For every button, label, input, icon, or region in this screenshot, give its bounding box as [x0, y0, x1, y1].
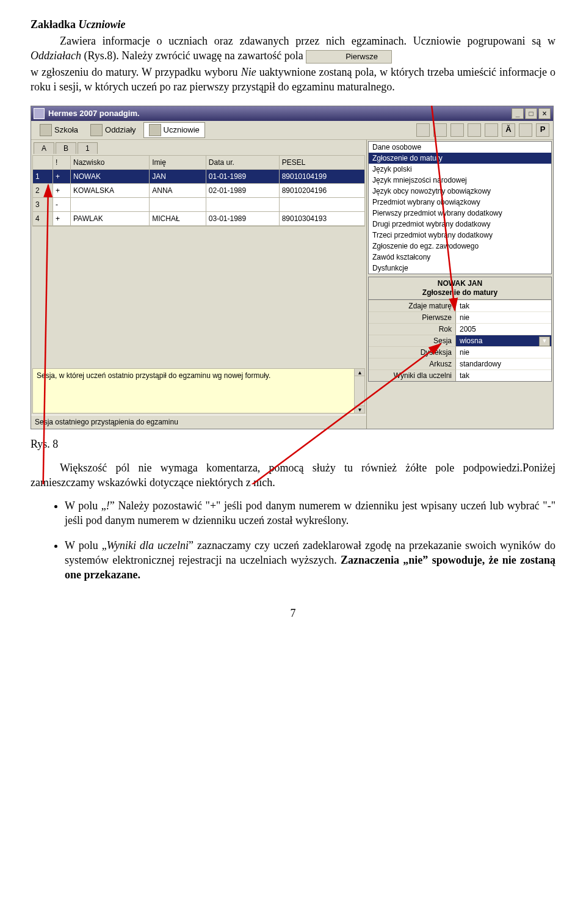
- cell-pesel: 89010104199: [279, 169, 364, 183]
- person-icon: [149, 124, 161, 136]
- b1a: W polu „: [65, 500, 106, 512]
- tool-btn-6[interactable]: [519, 123, 532, 137]
- detail-row: Dysleksjanie: [369, 346, 551, 358]
- category-item[interactable]: Pierwszy przedmiot wybrany dodatkowy: [369, 208, 551, 219]
- detail-value[interactable]: standardowy: [456, 358, 551, 369]
- school-icon: [40, 124, 52, 136]
- category-item[interactable]: Drugi przedmiot wybrany dodatkowy: [369, 219, 551, 230]
- table-row[interactable]: 4+PAWLAKMICHAŁ03-01-198989010304193: [33, 211, 365, 225]
- bullet-list: W polu „!” Należy pozostawić "+" jeśli p…: [31, 498, 555, 582]
- left-panel: A B 1 ! Nazwisko Imię Data ur.: [31, 140, 367, 429]
- page-number: 7: [31, 607, 555, 620]
- detail-value[interactable]: nie: [456, 346, 551, 358]
- cell-data: [206, 197, 279, 211]
- category-item[interactable]: Zgłoszenie do egz. zawodowego: [369, 241, 551, 252]
- cell-imie: ANNA: [150, 183, 206, 197]
- hint-scrollbar[interactable]: [354, 369, 364, 413]
- category-item[interactable]: Zawód kształcony: [369, 252, 551, 263]
- cell-pesel: [279, 197, 364, 211]
- detail-row: Wyniki dla uczelnitak: [369, 369, 551, 381]
- table-row[interactable]: 2+KOWALSKAANNA02-01-198989010204196: [33, 183, 365, 197]
- bullet-1: W polu „!” Należy pozostawić "+" jeśli p…: [65, 498, 555, 528]
- detail-title-name: NOWAK JAN: [369, 279, 551, 288]
- detail-title-section: Zgłoszenie do matury: [369, 288, 551, 297]
- menubar: Szkoła Oddziały Uczniowie Ă P: [31, 121, 553, 140]
- tab-b[interactable]: B: [56, 142, 76, 154]
- menu-szkola[interactable]: Szkoła: [35, 123, 83, 137]
- category-item[interactable]: Język polski: [369, 164, 551, 175]
- detail-row: Pierwszenie: [369, 311, 551, 323]
- dropdown-icon[interactable]: ▼: [539, 336, 550, 346]
- tool-btn-a[interactable]: Ă: [502, 123, 515, 137]
- table-row[interactable]: 3-: [33, 197, 365, 211]
- category-item[interactable]: Przedmiot wybrany obowiązkowy: [369, 197, 551, 208]
- status-bar: Sesja ostatniego przystąpienia do egzami…: [31, 415, 366, 429]
- detail-value[interactable]: 2005: [456, 323, 551, 335]
- detail-label: Zdaje maturę: [369, 300, 456, 311]
- col-mark: !: [53, 155, 71, 169]
- toolbar-right: Ă P: [416, 123, 549, 137]
- category-item[interactable]: Trzeci przedmiot wybrany dodatkowy: [369, 230, 551, 241]
- tool-btn-2[interactable]: [433, 123, 447, 137]
- app-icon: [34, 108, 45, 119]
- cell-nazwisko: KOWALSKA: [71, 183, 150, 197]
- row-number: 2: [33, 183, 53, 197]
- group-icon: [90, 124, 103, 136]
- b2b: Wyniki dla uczelni: [107, 539, 189, 551]
- col-data: Data ur.: [206, 155, 279, 169]
- category-item[interactable]: Dane osobowe: [369, 142, 551, 153]
- detail-label: Sesja: [369, 335, 456, 346]
- tool-btn-1[interactable]: [416, 123, 430, 137]
- maximize-button[interactable]: □: [525, 108, 537, 119]
- cell-data: 01-01-1989: [206, 169, 279, 183]
- heading-prefix: Zakładka: [31, 18, 79, 31]
- pierwsze-field-chip: Pierwsze: [306, 50, 392, 64]
- menu-oddzialy[interactable]: Oddziały: [85, 123, 141, 137]
- category-item[interactable]: Zgłoszenie do matury: [369, 153, 551, 164]
- cell-imie: [150, 197, 206, 211]
- category-list[interactable]: Dane osoboweZgłoszenie do maturyJęzyk po…: [368, 141, 552, 274]
- detail-value[interactable]: tak: [456, 369, 551, 381]
- detail-value[interactable]: tak: [456, 300, 551, 311]
- category-item[interactable]: Język mniejszości narodowej: [369, 175, 551, 186]
- close-button[interactable]: ×: [538, 108, 551, 119]
- row-mark: +: [53, 183, 71, 197]
- row-mark: +: [53, 211, 71, 225]
- titlebar-left: Hermes 2007 ponadgim.: [34, 108, 140, 119]
- category-item[interactable]: Dysfunkcje: [369, 263, 551, 274]
- col-imie: Imię: [150, 155, 206, 169]
- row-number: 4: [33, 211, 53, 225]
- minimize-button[interactable]: _: [512, 108, 524, 119]
- table-row[interactable]: 1+NOWAKJAN01-01-198989010104199: [33, 169, 365, 183]
- detail-header: NOWAK JAN Zgłoszenie do matury: [368, 277, 552, 300]
- grid-empty-area: [32, 226, 365, 367]
- detail-row: Arkuszstandardowy: [369, 358, 551, 369]
- p1a: Zawiera informacje o uczniach oraz zdawa…: [60, 35, 555, 47]
- col-num: [33, 155, 53, 169]
- detail-value[interactable]: nie: [456, 311, 551, 323]
- intro-paragraph-2: w zgłoszeniu do matury. W przypadku wybo…: [31, 65, 555, 95]
- cell-nazwisko: PAWLAK: [71, 211, 150, 225]
- detail-row: Sesjawiosna▼: [369, 335, 551, 346]
- row-number: 3: [33, 197, 53, 211]
- tool-btn-4[interactable]: [468, 123, 481, 137]
- category-item[interactable]: Język obcy nowożytny obowiązkowy: [369, 186, 551, 197]
- right-panel: Dane osoboweZgłoszenie do maturyJęzyk po…: [367, 140, 553, 429]
- p1c: (Rys.8). Należy zwrócić uwagę na zawarto…: [81, 49, 306, 62]
- tool-btn-5[interactable]: [485, 123, 498, 137]
- detail-value[interactable]: wiosna▼: [456, 335, 551, 346]
- menu-uczniowie[interactable]: Uczniowie: [143, 122, 205, 138]
- tool-btn-3[interactable]: [450, 123, 464, 137]
- tool-btn-p[interactable]: P: [536, 123, 549, 137]
- menu-uczniowie-label: Uczniowie: [164, 125, 200, 134]
- cell-pesel: 89010304193: [279, 211, 364, 225]
- students-grid-wrap: ! Nazwisko Imię Data ur. PESEL 1+NOWAKJA…: [31, 154, 366, 367]
- tab-a[interactable]: A: [34, 142, 54, 154]
- students-grid[interactable]: ! Nazwisko Imię Data ur. PESEL 1+NOWAKJA…: [32, 155, 365, 226]
- b2a: W polu „: [65, 539, 107, 551]
- figure-caption: Rys. 8: [31, 438, 555, 451]
- p1b: Oddziałach: [31, 49, 81, 62]
- tab-1[interactable]: 1: [78, 142, 98, 154]
- detail-label: Wyniki dla uczelni: [369, 369, 456, 381]
- col-nazwisko: Nazwisko: [71, 155, 150, 169]
